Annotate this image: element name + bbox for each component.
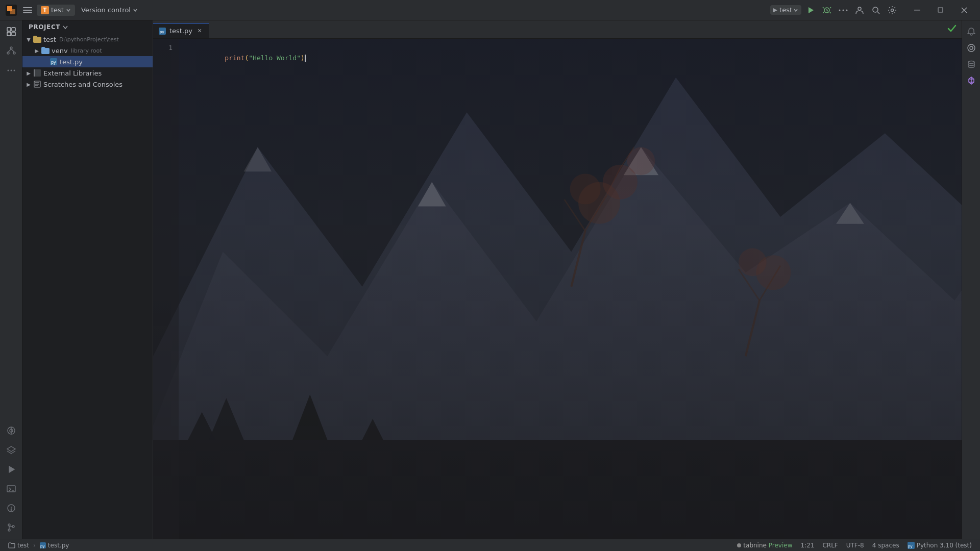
svg-text:py: py <box>51 60 56 65</box>
tabnine-label: tabnine Preview <box>743 542 792 549</box>
svg-rect-22 <box>12 32 15 36</box>
tab-testpy[interactable]: py test.py ✕ <box>153 23 209 38</box>
svg-text:py: py <box>160 30 164 34</box>
more-actions-button[interactable] <box>836 3 850 17</box>
debug-button[interactable] <box>820 3 834 17</box>
libraries-icon <box>33 69 42 77</box>
code-line-1: print("Hello World") <box>185 43 955 73</box>
search-button[interactable] <box>869 3 883 17</box>
svg-point-30 <box>13 70 15 71</box>
indent[interactable]: 4 spaces <box>868 539 903 551</box>
svg-point-24 <box>7 52 9 54</box>
svg-point-9 <box>843 9 844 11</box>
settings-button[interactable] <box>885 3 899 17</box>
svg-rect-15 <box>914 10 920 11</box>
tree-item-test[interactable]: ▼ test D:\pythonProject\test <box>22 34 153 45</box>
svg-point-11 <box>858 7 861 10</box>
vcs-chevron-icon <box>133 8 138 13</box>
run-config-selector[interactable]: ▶ test <box>770 5 801 15</box>
project-panel-icon[interactable] <box>2 22 20 41</box>
account-button[interactable] <box>852 3 867 17</box>
project-chevron-icon <box>66 8 71 13</box>
breadcrumb-file[interactable]: py test.py <box>36 539 74 551</box>
git-icon[interactable] <box>2 518 20 537</box>
editor-area: py test.py ✕ 1 print("Hello World") <box>153 20 962 539</box>
svg-rect-4 <box>23 10 32 11</box>
svg-marker-6 <box>808 7 814 13</box>
structure-panel-icon[interactable] <box>2 42 20 60</box>
line-numbers: 1 <box>153 39 179 539</box>
panel-header: Project <box>22 20 153 34</box>
tree-path-test: D:\pythonProject\test <box>59 36 119 43</box>
svg-text:py: py <box>908 544 912 548</box>
plugin-icon[interactable] <box>964 73 978 88</box>
database-icon[interactable] <box>964 57 978 71</box>
status-bar: test › py test.py tabnine Preview 1:21 C… <box>0 539 980 551</box>
layers-icon[interactable] <box>2 441 20 459</box>
tree-item-testpy[interactable]: py test.py <box>22 56 153 67</box>
right-activity-bar <box>962 20 980 539</box>
svg-point-23 <box>10 47 12 49</box>
tab-label: test.py <box>169 27 192 35</box>
svg-point-82 <box>968 44 975 52</box>
restore-button[interactable] <box>929 0 952 20</box>
notification-icon[interactable] <box>964 24 978 39</box>
svg-rect-16 <box>938 8 943 12</box>
svg-rect-20 <box>12 28 15 31</box>
folder-breadcrumb-icon <box>8 542 15 549</box>
svg-point-84 <box>968 61 974 64</box>
folder-icon-test <box>33 36 42 43</box>
svg-rect-3 <box>23 7 32 8</box>
svg-point-28 <box>7 70 9 71</box>
tree-item-venv[interactable]: ▶ venv library root <box>22 45 153 56</box>
run-button[interactable] <box>803 3 818 17</box>
tab-close-button[interactable]: ✕ <box>195 27 204 35</box>
tree-item-extlibs[interactable]: ▶ External Libraries <box>22 67 153 79</box>
tab-bar: py test.py ✕ <box>153 20 962 39</box>
project-selector[interactable]: T test <box>37 5 75 16</box>
close-button[interactable] <box>952 0 976 20</box>
svg-marker-34 <box>7 446 15 452</box>
encoding-label: UTF-8 <box>846 542 864 549</box>
tree-label-extlibs: External Libraries <box>43 69 102 77</box>
svg-marker-35 <box>9 466 14 472</box>
more-tools-icon[interactable] <box>2 61 20 80</box>
tabnine-icon[interactable] <box>964 41 978 55</box>
tree-item-scratches[interactable]: ▶ Scratches and Consoles <box>22 79 153 90</box>
editor-content[interactable]: 1 print("Hello World") <box>153 39 962 539</box>
vcs-menu[interactable]: Version control <box>77 5 142 15</box>
tabnine-status[interactable]: tabnine Preview <box>733 539 796 551</box>
tree-label-scratches: Scratches and Consoles <box>43 81 122 88</box>
terminal-icon[interactable] <box>2 480 20 498</box>
hamburger-menu[interactable] <box>20 3 35 17</box>
python-version[interactable]: py Python 3.10 (test) <box>903 539 976 551</box>
project-icon: T <box>41 6 49 14</box>
encoding[interactable]: UTF-8 <box>842 539 868 551</box>
main-area: Project ▼ test D:\pythonProject\test ▶ <box>0 20 980 539</box>
problems-icon[interactable] <box>2 499 20 517</box>
line-separator[interactable]: CRLF <box>818 539 842 551</box>
tree-chevron-venv: ▶ <box>33 48 41 54</box>
python-version-icon: py <box>908 542 915 549</box>
breadcrumb-project[interactable]: test <box>4 539 33 551</box>
dependencies-icon[interactable] <box>2 421 20 440</box>
scratches-icon <box>33 81 42 88</box>
svg-rect-5 <box>23 12 32 13</box>
python-file-icon: py <box>49 58 58 65</box>
activity-bar <box>0 20 22 539</box>
svg-point-40 <box>11 510 12 511</box>
code-area[interactable]: print("Hello World") <box>179 39 962 539</box>
svg-point-10 <box>846 9 848 11</box>
vcs-label: Version control <box>81 6 131 14</box>
minimize-button[interactable] <box>905 0 929 20</box>
tabnine-dot-icon <box>737 543 741 547</box>
cursor-pos-label: 1:21 <box>800 542 814 549</box>
cursor-position[interactable]: 1:21 <box>796 539 818 551</box>
tree-label-testpy: test.py <box>60 58 83 66</box>
tree-path-venv: library root <box>71 47 102 54</box>
svg-line-27 <box>11 49 14 52</box>
paren-close: ) <box>301 54 305 62</box>
window-controls <box>905 0 976 20</box>
run-debug-icon[interactable] <box>2 460 20 479</box>
breadcrumb-project-label: test <box>17 542 29 549</box>
